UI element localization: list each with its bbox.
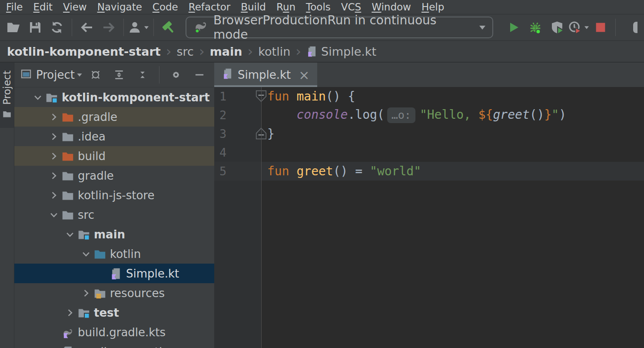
menu-bar: FileEditViewNavigateCodeRefactorBuildRun… bbox=[0, 0, 644, 14]
profile-with-caret-button[interactable] bbox=[568, 17, 590, 38]
clipped-edge-button[interactable] bbox=[620, 17, 641, 38]
tree-chevron[interactable] bbox=[65, 229, 78, 240]
line-number: 2 bbox=[214, 108, 242, 122]
resources-folder-icon bbox=[94, 287, 106, 299]
tree-item-resources[interactable]: resources bbox=[14, 283, 214, 303]
tree-chevron[interactable] bbox=[49, 190, 62, 201]
breadcrumb-item-kotlin[interactable]: kotlin bbox=[258, 45, 290, 58]
save-all-button[interactable] bbox=[24, 17, 46, 38]
module-folder-icon bbox=[46, 91, 58, 104]
tree-item--gradle[interactable]: .gradle bbox=[14, 107, 214, 127]
run-with-coverage-button[interactable] bbox=[546, 17, 568, 38]
code-token bbox=[289, 164, 297, 178]
menu-item-build[interactable]: Build bbox=[236, 0, 271, 14]
tree-chevron[interactable] bbox=[65, 308, 78, 318]
tree-item-kotlin-komponent-start[interactable]: kotlin-komponent-start bbox=[14, 87, 214, 107]
code-token: fun bbox=[267, 164, 289, 178]
hide-icon bbox=[194, 69, 205, 80]
tree-chevron[interactable] bbox=[33, 92, 46, 103]
chevron-down-icon bbox=[65, 229, 75, 240]
code-line-1[interactable]: 1fun main() { bbox=[214, 87, 644, 106]
project-panel-title[interactable]: Project bbox=[36, 68, 75, 81]
breadcrumb-label: Simple.kt bbox=[321, 45, 376, 58]
tree-chevron[interactable] bbox=[49, 151, 62, 161]
code-token bbox=[267, 107, 296, 122]
stop-icon bbox=[594, 20, 607, 34]
menu-item-help[interactable]: Help bbox=[416, 0, 449, 14]
menu-item-code[interactable]: Code bbox=[147, 0, 183, 14]
menu-item-tools[interactable]: Tools bbox=[301, 0, 336, 14]
tree-item-gradle[interactable]: gradle bbox=[14, 166, 214, 185]
code-token: } bbox=[267, 127, 275, 141]
synchronize-button[interactable] bbox=[46, 17, 68, 38]
chevron-right-icon bbox=[49, 131, 59, 142]
code-line-2[interactable]: 2 console.log(…o:"Hello, ${greet()}") bbox=[214, 106, 644, 124]
excluded-folder-icon bbox=[62, 150, 74, 162]
project-stripe-button[interactable]: Project bbox=[0, 63, 14, 128]
close-icon[interactable]: × bbox=[299, 67, 309, 83]
forward-button[interactable] bbox=[98, 17, 120, 38]
open-button[interactable] bbox=[3, 17, 24, 38]
breadcrumb: kotlin-komponent-start›src›main›kotlin›S… bbox=[0, 40, 644, 63]
tree-item-build-gradle-kts[interactable]: build.gradle.kts bbox=[14, 322, 214, 342]
menu-item-run[interactable]: Run bbox=[271, 0, 301, 14]
profiler-icon bbox=[568, 20, 582, 34]
tree-chevron[interactable] bbox=[49, 171, 62, 181]
tree-chevron[interactable] bbox=[49, 131, 62, 142]
arrow-left-icon bbox=[80, 20, 94, 34]
stripe-folder-icon bbox=[3, 110, 11, 118]
project-stripe-label: Project bbox=[1, 70, 13, 105]
tree-chevron[interactable] bbox=[49, 210, 62, 220]
select-opened-file-button[interactable] bbox=[87, 64, 104, 85]
tree-item-test[interactable]: test bbox=[14, 303, 214, 322]
breadcrumb-item-main[interactable]: main bbox=[210, 45, 242, 58]
ide-window: { "colors":{"chrome":"#3c3f41","editor_b… bbox=[0, 0, 644, 348]
menu-item-file[interactable]: File bbox=[1, 0, 28, 14]
code-line-3[interactable]: 3} bbox=[214, 124, 644, 143]
breadcrumb-item-src[interactable]: src bbox=[177, 45, 194, 58]
tree-item-kotlin[interactable]: kotlin bbox=[14, 244, 214, 264]
menu-item-refactor[interactable]: Refactor bbox=[183, 0, 236, 14]
expand-all-button[interactable] bbox=[110, 64, 128, 85]
collapse-all-button[interactable] bbox=[134, 64, 151, 85]
tree-item-main[interactable]: main bbox=[14, 224, 214, 244]
breadcrumb-item-simple-kt[interactable]: Simple.kt bbox=[306, 45, 376, 58]
chevron-down-icon bbox=[81, 249, 91, 259]
menu-item-edit[interactable]: Edit bbox=[28, 0, 58, 14]
tree-chevron[interactable] bbox=[81, 249, 94, 259]
profile-button[interactable] bbox=[128, 17, 149, 38]
menu-item-window[interactable]: Window bbox=[366, 0, 416, 14]
editor-tab-simple-kt[interactable]: Simple.kt × bbox=[214, 63, 317, 87]
tree-chevron[interactable] bbox=[81, 288, 94, 298]
breadcrumb-item-kotlin-komponent-start[interactable]: kotlin-komponent-start bbox=[7, 45, 161, 58]
code-line-5[interactable]: 5fun greet() = "world" bbox=[214, 162, 644, 181]
folder-icon bbox=[62, 130, 74, 143]
menu-item-navigate[interactable]: Navigate bbox=[92, 0, 147, 14]
code-token: ${ bbox=[478, 107, 493, 122]
back-button[interactable] bbox=[76, 17, 98, 38]
code-line-4[interactable]: 4 bbox=[214, 143, 644, 162]
menu-item-vcs[interactable]: VCS bbox=[336, 0, 366, 14]
tree-item-src[interactable]: src bbox=[14, 205, 214, 224]
tree-item-kotlin-js-store[interactable]: kotlin-js-store bbox=[14, 185, 214, 205]
stop-button[interactable] bbox=[590, 17, 611, 38]
build-button[interactable] bbox=[158, 17, 179, 38]
tool-window-icon bbox=[20, 68, 32, 80]
hide-tool-window-button[interactable] bbox=[191, 64, 208, 85]
code-text: fun greet() = "world" bbox=[261, 164, 421, 178]
hammer-icon bbox=[162, 20, 176, 34]
line-number: 5 bbox=[214, 164, 242, 178]
toolbar-separator bbox=[123, 19, 124, 36]
menu-item-view[interactable]: View bbox=[58, 0, 92, 14]
breadcrumb-separator: › bbox=[199, 41, 205, 62]
debug-button[interactable] bbox=[524, 17, 546, 38]
tree-item-gradle-properties[interactable]: gradle.properties bbox=[14, 342, 214, 348]
tree-item-simple-kt[interactable]: Simple.kt bbox=[14, 264, 214, 283]
run-button[interactable] bbox=[503, 17, 524, 38]
tree-item-build[interactable]: build bbox=[14, 146, 214, 166]
settings-button[interactable] bbox=[167, 64, 185, 85]
run-config-selector[interactable]: BrowserProductionRun in continuous mode bbox=[186, 17, 493, 38]
tree-item--idea[interactable]: .idea bbox=[14, 127, 214, 146]
code-editor[interactable]: 1fun main() {2 console.log(…o:"Hello, ${… bbox=[214, 87, 644, 348]
tree-chevron[interactable] bbox=[49, 112, 62, 122]
